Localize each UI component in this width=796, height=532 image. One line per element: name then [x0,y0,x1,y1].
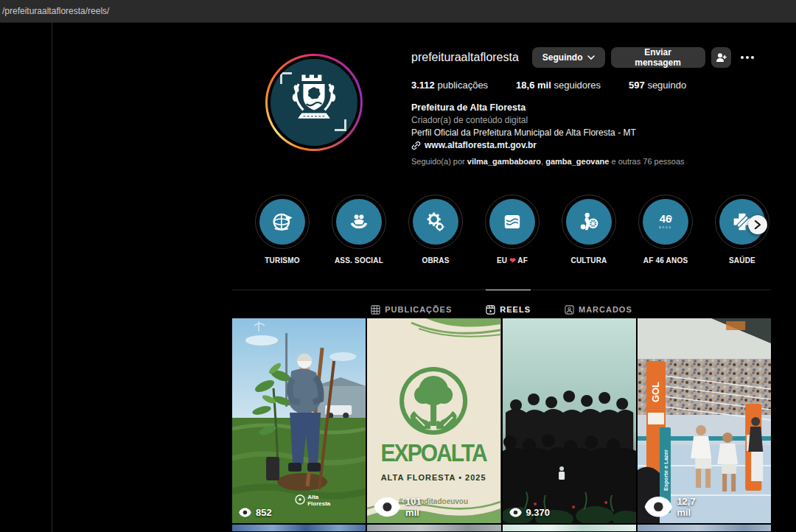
gol-post-text: GOL [650,382,661,402]
highlight-af-46-anos[interactable]: 46 anos AF 46 ANOS [627,195,704,265]
reels-grid: Alta Floresta 852 [232,318,771,531]
reel-thumbnail-group-photo[interactable]: 9.370 [503,318,636,523]
frame-corner [280,72,292,84]
followed-by-prefix: Seguido(a) por [411,157,467,166]
person-add-icon [716,52,727,63]
following-button-label: Seguindo [542,52,583,63]
account-category: Criador(a) de conteúdo digital [411,115,758,125]
posts-label: publicações [437,80,488,91]
esporte-lazer-band-text: Esporte e Lazer [662,449,668,491]
grid-icon [371,305,380,315]
followed-by: Seguido(a) por vilma_gambaboaro, gamba_g… [411,157,758,166]
highlight-eu-af[interactable]: EU ❤ AF [474,195,551,265]
reel-thumbnail-partial[interactable] [367,525,500,531]
culture-figure-icon [576,209,601,234]
view-count: 9.370 [509,507,551,518]
bio-text: Perfil Oficial da Prefeitura Municipal d… [411,127,758,138]
highlight-obras[interactable]: OBRAS [397,195,474,265]
highlight-label: OBRAS [422,256,449,265]
tab-label: PUBLICAÇÕES [385,305,452,314]
tab-publicacoes[interactable]: PUBLICAÇÕES [371,290,452,319]
reel-thumbnail-partial[interactable] [638,525,771,531]
highlight-turismo[interactable]: TURISMO [244,195,321,265]
followed-by-suffix: e outras 76 pessoas [609,157,684,166]
view-count: 12,7 mil [644,496,696,518]
views-eye-icon [509,508,522,517]
highlight-cultura[interactable]: CULTURA [551,195,627,265]
username: prefeituraaltafloresta [411,51,519,64]
followers-stat[interactable]: 18,6 mil seguidores [516,80,601,91]
send-message-button[interactable]: Enviar mensagem [611,47,705,68]
highlight-label: CULTURA [571,256,607,265]
reels-icon [486,305,495,315]
window-divider [52,22,52,532]
send-message-label: Enviar mensagem [621,47,695,68]
browser-url-bar[interactable]: /prefeituraaltafloresta/reels/ [0,0,796,23]
username-row: prefeituraaltafloresta Seguindo Enviar m… [411,46,758,69]
url-path: /prefeituraaltafloresta/reels/ [0,6,109,16]
following-stat[interactable]: 597 seguindo [629,80,686,91]
chevron-right-icon [754,220,761,229]
followed-by-user1[interactable]: vilma_gambaboaro [467,157,541,166]
following-button[interactable]: Seguindo [532,47,605,68]
reel-thumbnail-partial[interactable] [232,525,366,531]
stats-row: 3.112 publicações 18,6 mil seguidores 59… [411,80,758,91]
following-count: 597 [629,80,645,91]
tree-planting-image: Alta Floresta [232,318,366,523]
reel-thumbnail-expoalta[interactable]: EXPOALTA ALTA FLORESTA • 2025 #setemdita… [367,318,500,523]
view-count-value: 9.370 [526,507,551,518]
photo-card-icon [500,209,525,234]
highlight-ass-social[interactable]: ASS. SOCIAL [321,195,397,265]
views-eye-icon [374,497,401,517]
posts-count: 3.112 [411,80,435,91]
display-name: Prefeitura de Alta Floresta [411,102,758,113]
followed-by-user2[interactable]: gamba_geovane [545,157,609,166]
following-label: seguindo [647,80,686,91]
expoalta-poster-image: EXPOALTA ALTA FLORESTA • 2025 #setemdita… [367,318,500,523]
reel-thumbnail-tree-planting[interactable]: Alta Floresta 852 [232,318,366,523]
more-options-button[interactable] [737,55,758,60]
website-link[interactable]: www.altafloresta.mt.gov.br [411,140,758,150]
number-46-icon: 46 anos [651,207,680,237]
profile-avatar-story-ring[interactable] [265,54,363,151]
view-count-value: 101 mil [405,496,423,518]
posts-stat: 3.112 publicações [411,80,488,91]
website-url: www.altafloresta.mt.gov.br [425,140,537,150]
volleyball-match-image: GOL Esporte e Laz [638,318,771,523]
views-eye-icon [644,496,673,518]
svg-text:46: 46 [660,212,672,225]
avatar-gap [268,56,360,149]
reel-thumbnail-partial[interactable] [503,525,636,531]
group-photo-image [503,318,636,523]
expoalta-subtitle: ALTA FLORESTA • 2025 [381,473,486,482]
tab-marcados[interactable]: MARCADOS [565,290,632,319]
view-count: 101 mil [374,496,423,518]
profile-tabs: PUBLICAÇÕES REELS MARCADOS [232,290,771,319]
view-count-value: 12,7 mil [677,496,696,518]
instagram-profile-page: /prefeituraaltafloresta/reels/ [0,0,796,532]
link-icon [411,141,421,150]
highlight-label: AF 46 ANOS [643,256,688,265]
highlight-saude[interactable]: SAÚDE [704,195,781,265]
avatar [270,59,357,146]
tab-reels[interactable]: REELS [486,290,531,319]
heart-icon: ❤ [509,256,516,265]
chevron-down-icon [587,55,595,60]
view-count: 852 [239,507,272,518]
highlight-label: SAÚDE [729,256,755,265]
views-eye-icon [239,508,251,517]
gears-icon [423,209,448,234]
story-highlights: TURISMO ASS. SOCIAL [244,195,781,265]
highlights-next-arrow[interactable] [748,215,767,234]
highlight-label: EU ❤ AF [497,256,528,265]
reel-thumbnail-volleyball[interactable]: GOL Esporte e Laz [638,318,771,523]
ellipsis-icon [740,55,755,60]
watermark-line1: Alta [307,494,319,500]
highlight-label: TURISMO [265,256,300,265]
expoalta-title: EXPOALTA [381,438,487,466]
frame-corner [335,119,346,131]
tagged-icon [565,305,574,315]
tab-label: REELS [500,305,531,314]
view-count-value: 852 [256,507,272,518]
similar-accounts-button[interactable] [711,47,731,68]
